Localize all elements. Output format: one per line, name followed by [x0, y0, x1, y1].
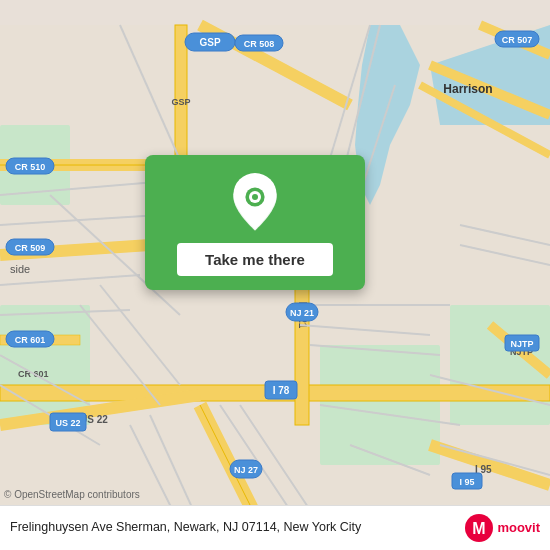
- location-card: Take me there: [145, 155, 365, 290]
- moovit-brand-name: moovit: [497, 520, 540, 536]
- svg-text:side: side: [10, 263, 30, 275]
- take-me-there-button[interactable]: Take me there: [177, 243, 333, 276]
- svg-text:CR 601: CR 601: [15, 335, 46, 345]
- svg-text:US 22: US 22: [55, 418, 80, 428]
- svg-text:M: M: [473, 520, 486, 537]
- svg-point-88: [252, 194, 258, 200]
- moovit-logo: M moovit: [465, 514, 540, 542]
- bottom-bar: Frelinghuysen Ave Sherman, Newark, NJ 07…: [0, 505, 550, 550]
- moovit-logo-icon: M: [465, 514, 493, 542]
- svg-text:I 95: I 95: [459, 477, 474, 487]
- openstreetmap-credit: © OpenStreetMap contributors: [4, 489, 140, 500]
- svg-text:I 78: I 78: [273, 385, 290, 396]
- svg-text:GSP: GSP: [199, 37, 220, 48]
- svg-text:Harrison: Harrison: [443, 82, 492, 96]
- svg-text:CR 510: CR 510: [15, 162, 46, 172]
- svg-text:NJTP: NJTP: [510, 339, 533, 349]
- svg-text:CR 508: CR 508: [244, 39, 275, 49]
- svg-text:CR 507: CR 507: [502, 35, 533, 45]
- svg-rect-3: [0, 305, 90, 425]
- svg-text:NJ 27: NJ 27: [234, 465, 258, 475]
- location-pin-icon: [230, 173, 280, 233]
- svg-text:CR 509: CR 509: [15, 243, 46, 253]
- svg-rect-4: [320, 345, 440, 465]
- svg-text:GSP: GSP: [171, 97, 190, 107]
- address-text: Frelinghuysen Ave Sherman, Newark, NJ 07…: [10, 519, 457, 537]
- svg-text:NJ 21: NJ 21: [290, 308, 314, 318]
- map-container: I 78 NJ 21 GSP US 22 I 95 NJTP CR: [0, 0, 550, 550]
